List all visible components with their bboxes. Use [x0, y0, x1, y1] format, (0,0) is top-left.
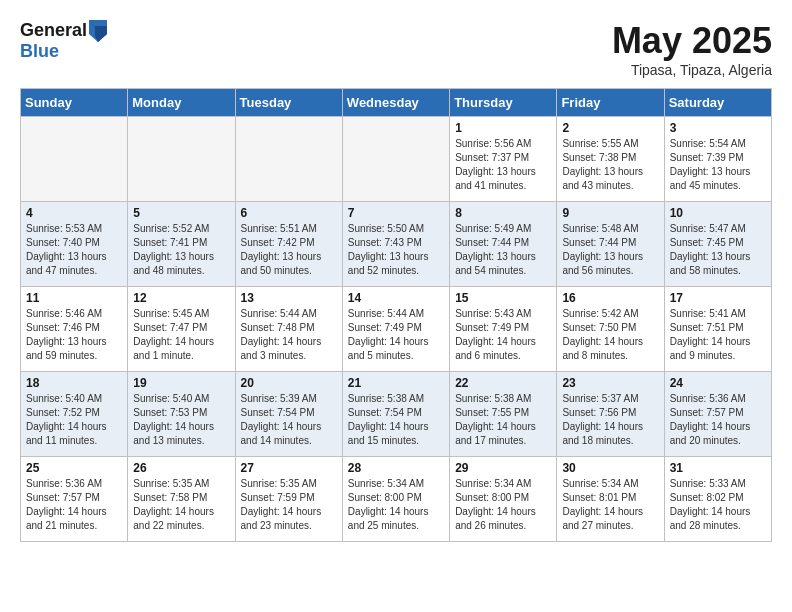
calendar-cell: 3Sunrise: 5:54 AM Sunset: 7:39 PM Daylig…: [664, 117, 771, 202]
cell-info: Sunrise: 5:38 AM Sunset: 7:54 PM Dayligh…: [348, 392, 444, 448]
cell-info: Sunrise: 5:40 AM Sunset: 7:53 PM Dayligh…: [133, 392, 229, 448]
calendar-cell: 26Sunrise: 5:35 AM Sunset: 7:58 PM Dayli…: [128, 457, 235, 542]
page-header: General Blue May 2025 Tipasa, Tipaza, Al…: [20, 20, 772, 78]
calendar-cell: 23Sunrise: 5:37 AM Sunset: 7:56 PM Dayli…: [557, 372, 664, 457]
calendar-cell: 24Sunrise: 5:36 AM Sunset: 7:57 PM Dayli…: [664, 372, 771, 457]
day-number: 18: [26, 376, 122, 390]
weekday-header-monday: Monday: [128, 89, 235, 117]
day-number: 2: [562, 121, 658, 135]
day-number: 22: [455, 376, 551, 390]
cell-info: Sunrise: 5:42 AM Sunset: 7:50 PM Dayligh…: [562, 307, 658, 363]
calendar-cell: 9Sunrise: 5:48 AM Sunset: 7:44 PM Daylig…: [557, 202, 664, 287]
cell-info: Sunrise: 5:34 AM Sunset: 8:00 PM Dayligh…: [455, 477, 551, 533]
calendar-cell: 1Sunrise: 5:56 AM Sunset: 7:37 PM Daylig…: [450, 117, 557, 202]
day-number: 12: [133, 291, 229, 305]
calendar-cell: 17Sunrise: 5:41 AM Sunset: 7:51 PM Dayli…: [664, 287, 771, 372]
logo-icon: [89, 20, 107, 42]
day-number: 30: [562, 461, 658, 475]
calendar-cell: 18Sunrise: 5:40 AM Sunset: 7:52 PM Dayli…: [21, 372, 128, 457]
calendar-cell: 16Sunrise: 5:42 AM Sunset: 7:50 PM Dayli…: [557, 287, 664, 372]
calendar-cell: 8Sunrise: 5:49 AM Sunset: 7:44 PM Daylig…: [450, 202, 557, 287]
calendar-cell: 15Sunrise: 5:43 AM Sunset: 7:49 PM Dayli…: [450, 287, 557, 372]
day-number: 17: [670, 291, 766, 305]
calendar-table: SundayMondayTuesdayWednesdayThursdayFrid…: [20, 88, 772, 542]
day-number: 20: [241, 376, 337, 390]
calendar-week-5: 25Sunrise: 5:36 AM Sunset: 7:57 PM Dayli…: [21, 457, 772, 542]
weekday-header-saturday: Saturday: [664, 89, 771, 117]
cell-info: Sunrise: 5:37 AM Sunset: 7:56 PM Dayligh…: [562, 392, 658, 448]
calendar-cell: 20Sunrise: 5:39 AM Sunset: 7:54 PM Dayli…: [235, 372, 342, 457]
day-number: 13: [241, 291, 337, 305]
location: Tipasa, Tipaza, Algeria: [612, 62, 772, 78]
cell-info: Sunrise: 5:40 AM Sunset: 7:52 PM Dayligh…: [26, 392, 122, 448]
cell-info: Sunrise: 5:44 AM Sunset: 7:48 PM Dayligh…: [241, 307, 337, 363]
cell-info: Sunrise: 5:55 AM Sunset: 7:38 PM Dayligh…: [562, 137, 658, 193]
calendar-cell: 21Sunrise: 5:38 AM Sunset: 7:54 PM Dayli…: [342, 372, 449, 457]
calendar-cell: [235, 117, 342, 202]
cell-info: Sunrise: 5:53 AM Sunset: 7:40 PM Dayligh…: [26, 222, 122, 278]
svg-marker-1: [95, 26, 107, 42]
calendar-cell: 11Sunrise: 5:46 AM Sunset: 7:46 PM Dayli…: [21, 287, 128, 372]
day-number: 29: [455, 461, 551, 475]
day-number: 1: [455, 121, 551, 135]
day-number: 28: [348, 461, 444, 475]
day-number: 27: [241, 461, 337, 475]
cell-info: Sunrise: 5:34 AM Sunset: 8:01 PM Dayligh…: [562, 477, 658, 533]
calendar-cell: 6Sunrise: 5:51 AM Sunset: 7:42 PM Daylig…: [235, 202, 342, 287]
day-number: 25: [26, 461, 122, 475]
day-number: 15: [455, 291, 551, 305]
day-number: 9: [562, 206, 658, 220]
calendar-cell: [342, 117, 449, 202]
day-number: 26: [133, 461, 229, 475]
calendar-cell: 7Sunrise: 5:50 AM Sunset: 7:43 PM Daylig…: [342, 202, 449, 287]
cell-info: Sunrise: 5:41 AM Sunset: 7:51 PM Dayligh…: [670, 307, 766, 363]
day-number: 11: [26, 291, 122, 305]
day-number: 5: [133, 206, 229, 220]
calendar-cell: 4Sunrise: 5:53 AM Sunset: 7:40 PM Daylig…: [21, 202, 128, 287]
calendar-cell: 12Sunrise: 5:45 AM Sunset: 7:47 PM Dayli…: [128, 287, 235, 372]
calendar-cell: 13Sunrise: 5:44 AM Sunset: 7:48 PM Dayli…: [235, 287, 342, 372]
weekday-header-thursday: Thursday: [450, 89, 557, 117]
day-number: 3: [670, 121, 766, 135]
cell-info: Sunrise: 5:50 AM Sunset: 7:43 PM Dayligh…: [348, 222, 444, 278]
cell-info: Sunrise: 5:35 AM Sunset: 7:58 PM Dayligh…: [133, 477, 229, 533]
logo-blue: Blue: [20, 42, 107, 62]
calendar-cell: [128, 117, 235, 202]
cell-info: Sunrise: 5:36 AM Sunset: 7:57 PM Dayligh…: [670, 392, 766, 448]
cell-info: Sunrise: 5:35 AM Sunset: 7:59 PM Dayligh…: [241, 477, 337, 533]
weekday-header-sunday: Sunday: [21, 89, 128, 117]
calendar-cell: 14Sunrise: 5:44 AM Sunset: 7:49 PM Dayli…: [342, 287, 449, 372]
title-block: May 2025 Tipasa, Tipaza, Algeria: [612, 20, 772, 78]
calendar-cell: 28Sunrise: 5:34 AM Sunset: 8:00 PM Dayli…: [342, 457, 449, 542]
cell-info: Sunrise: 5:47 AM Sunset: 7:45 PM Dayligh…: [670, 222, 766, 278]
weekday-header-row: SundayMondayTuesdayWednesdayThursdayFrid…: [21, 89, 772, 117]
day-number: 14: [348, 291, 444, 305]
weekday-header-wednesday: Wednesday: [342, 89, 449, 117]
cell-info: Sunrise: 5:38 AM Sunset: 7:55 PM Dayligh…: [455, 392, 551, 448]
day-number: 4: [26, 206, 122, 220]
day-number: 8: [455, 206, 551, 220]
day-number: 6: [241, 206, 337, 220]
cell-info: Sunrise: 5:43 AM Sunset: 7:49 PM Dayligh…: [455, 307, 551, 363]
calendar-cell: 10Sunrise: 5:47 AM Sunset: 7:45 PM Dayli…: [664, 202, 771, 287]
cell-info: Sunrise: 5:36 AM Sunset: 7:57 PM Dayligh…: [26, 477, 122, 533]
calendar-cell: 2Sunrise: 5:55 AM Sunset: 7:38 PM Daylig…: [557, 117, 664, 202]
calendar-week-3: 11Sunrise: 5:46 AM Sunset: 7:46 PM Dayli…: [21, 287, 772, 372]
calendar-cell: 27Sunrise: 5:35 AM Sunset: 7:59 PM Dayli…: [235, 457, 342, 542]
calendar-week-4: 18Sunrise: 5:40 AM Sunset: 7:52 PM Dayli…: [21, 372, 772, 457]
cell-info: Sunrise: 5:33 AM Sunset: 8:02 PM Dayligh…: [670, 477, 766, 533]
calendar-week-2: 4Sunrise: 5:53 AM Sunset: 7:40 PM Daylig…: [21, 202, 772, 287]
cell-info: Sunrise: 5:49 AM Sunset: 7:44 PM Dayligh…: [455, 222, 551, 278]
calendar-cell: 5Sunrise: 5:52 AM Sunset: 7:41 PM Daylig…: [128, 202, 235, 287]
calendar-cell: 19Sunrise: 5:40 AM Sunset: 7:53 PM Dayli…: [128, 372, 235, 457]
cell-info: Sunrise: 5:48 AM Sunset: 7:44 PM Dayligh…: [562, 222, 658, 278]
logo-general: General: [20, 21, 87, 41]
calendar-cell: 25Sunrise: 5:36 AM Sunset: 7:57 PM Dayli…: [21, 457, 128, 542]
weekday-header-friday: Friday: [557, 89, 664, 117]
day-number: 16: [562, 291, 658, 305]
logo-text: General Blue: [20, 20, 107, 62]
month-title: May 2025: [612, 20, 772, 62]
cell-info: Sunrise: 5:34 AM Sunset: 8:00 PM Dayligh…: [348, 477, 444, 533]
day-number: 24: [670, 376, 766, 390]
cell-info: Sunrise: 5:52 AM Sunset: 7:41 PM Dayligh…: [133, 222, 229, 278]
